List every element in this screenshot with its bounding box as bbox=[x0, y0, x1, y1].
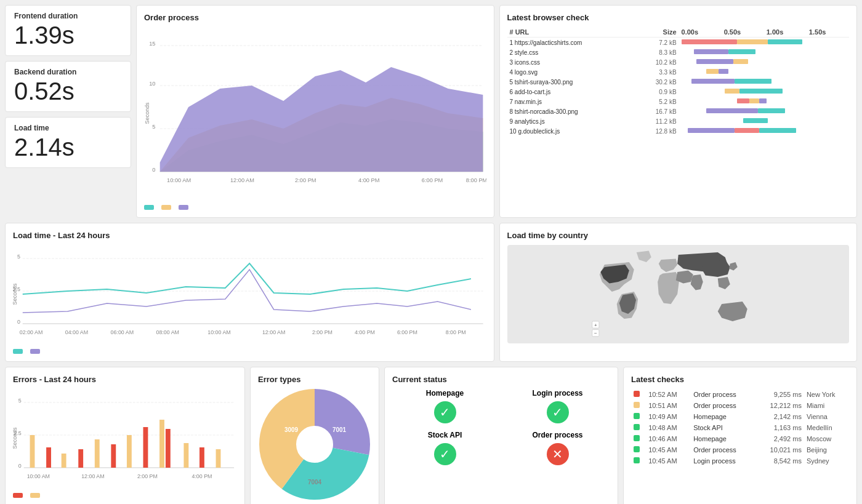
errors-24h-chart: 5 2.5 0 Seconds bbox=[13, 389, 237, 489]
loadtime-label: Load time bbox=[14, 124, 122, 132]
svg-text:5: 5 bbox=[18, 398, 22, 404]
svg-rect-75 bbox=[143, 427, 148, 468]
svg-rect-24 bbox=[733, 59, 748, 64]
col-size: Size bbox=[638, 27, 679, 38]
cell-bars bbox=[679, 47, 849, 57]
svg-text:3009: 3009 bbox=[284, 426, 299, 433]
check-icon: ✓ bbox=[552, 405, 563, 420]
check-color-dot bbox=[631, 444, 646, 455]
backend-label: Backend duration bbox=[14, 68, 122, 76]
svg-rect-26 bbox=[719, 69, 728, 74]
load-time-legend bbox=[13, 349, 486, 354]
legend-red bbox=[13, 493, 23, 498]
svg-rect-36 bbox=[743, 118, 768, 123]
check-name: Order process bbox=[691, 389, 755, 400]
status-grid: Homepage ✓ Login process ✓ Stock API ✓ O… bbox=[392, 389, 610, 465]
status-homepage: Homepage ✓ bbox=[392, 389, 497, 423]
svg-rect-28 bbox=[735, 79, 771, 84]
svg-text:0: 0 bbox=[152, 167, 155, 173]
cell-size: 30.2 kB bbox=[638, 77, 679, 87]
cell-num-url: 10 g.doubleclick.js bbox=[507, 126, 638, 136]
check-color-dot bbox=[631, 389, 646, 400]
status-login: Login process ✓ bbox=[505, 389, 610, 423]
check-ms: 1,163 ms bbox=[755, 422, 804, 433]
cell-size: 5.2 kB bbox=[638, 97, 679, 106]
svg-rect-39 bbox=[759, 128, 796, 133]
cell-num-url: 9 analytics.js bbox=[507, 116, 638, 126]
svg-rect-19 bbox=[737, 39, 768, 44]
check-name: Order process bbox=[691, 444, 755, 455]
svg-rect-72 bbox=[95, 439, 100, 468]
svg-text:02:00 AM: 02:00 AM bbox=[20, 329, 42, 335]
order-process-chart: 15 10 5 0 Seconds 10:00 AM 12:00 AM bbox=[144, 27, 486, 201]
svg-rect-33 bbox=[759, 98, 767, 103]
cell-bars bbox=[679, 38, 849, 48]
load-time-24h-panel: Load time - Last 24 hours 5 2.5 0 Second… bbox=[5, 223, 494, 362]
check-location: Medellín bbox=[804, 422, 849, 433]
cell-bars bbox=[679, 67, 849, 77]
cell-bars bbox=[679, 106, 849, 116]
svg-rect-22 bbox=[728, 49, 755, 54]
current-status-title: Current status bbox=[392, 375, 610, 384]
check-ms: 10,021 ms bbox=[755, 444, 804, 455]
status-stock-api: Stock API ✓ bbox=[392, 431, 497, 465]
table-row: 3 icons.css 10.2 kB bbox=[507, 57, 850, 67]
list-item: 10:52 AM Order process 9,255 ms New York bbox=[631, 389, 849, 400]
list-item: 10:48 AM Stock API 1,163 ms Medellín bbox=[631, 422, 849, 433]
cell-num-url: 1 https://galacticshirts.com bbox=[507, 38, 638, 48]
check-ms: 2,492 ms bbox=[755, 433, 804, 444]
table-row: 10 g.doubleclick.js 12.8 kB bbox=[507, 126, 850, 136]
frontend-value: 1.39s bbox=[14, 22, 122, 49]
svg-text:10: 10 bbox=[149, 81, 155, 87]
cell-bars bbox=[679, 126, 849, 136]
svg-text:10:00 AM: 10:00 AM bbox=[27, 473, 50, 479]
svg-text:10:00 AM: 10:00 AM bbox=[167, 177, 191, 183]
svg-rect-34 bbox=[706, 108, 758, 113]
cell-bars bbox=[679, 87, 849, 97]
svg-rect-74 bbox=[127, 435, 132, 468]
check-ms: 2,142 ms bbox=[755, 411, 804, 422]
order-process-legend bbox=[144, 205, 486, 210]
svg-text:6:00 PM: 6:00 PM bbox=[422, 177, 443, 183]
svg-text:0: 0 bbox=[17, 319, 20, 325]
errors-24h-title: Errors - Last 24 hours bbox=[13, 375, 237, 384]
legend-teal-load bbox=[13, 349, 23, 354]
svg-rect-30 bbox=[739, 89, 783, 94]
check-color-dot bbox=[631, 400, 646, 411]
legend-yellow-err bbox=[30, 493, 40, 498]
errors-legend bbox=[13, 493, 237, 498]
check-time: 10:52 AM bbox=[646, 389, 691, 400]
svg-point-87 bbox=[278, 407, 352, 481]
cell-size: 16.7 kB bbox=[638, 106, 679, 116]
loadtime-panel: Load time 2.14s bbox=[5, 117, 131, 168]
svg-rect-27 bbox=[691, 79, 735, 84]
load-by-country-panel: Load time by country bbox=[499, 223, 858, 362]
check-time: 10:51 AM bbox=[646, 400, 691, 411]
svg-text:8:00 PM: 8:00 PM bbox=[466, 177, 486, 183]
cell-size: 12.8 kB bbox=[638, 126, 679, 136]
check-time: 10:46 AM bbox=[646, 433, 691, 444]
svg-text:5: 5 bbox=[17, 254, 20, 260]
latest-checks-table: 10:52 AM Order process 9,255 ms New York… bbox=[631, 389, 849, 466]
cell-size: 8.3 kB bbox=[638, 47, 679, 57]
cell-bars bbox=[679, 77, 849, 87]
backend-value: 0.52s bbox=[14, 78, 122, 105]
check-ms: 12,212 ms bbox=[755, 400, 804, 411]
svg-rect-31 bbox=[737, 98, 749, 103]
status-login-icon: ✓ bbox=[547, 401, 569, 423]
table-row: 4 logo.svg 3.3 kB bbox=[507, 67, 850, 77]
cell-bars bbox=[679, 116, 849, 126]
svg-text:4:00 PM: 4:00 PM bbox=[355, 329, 375, 335]
check-name: Stock API bbox=[691, 422, 755, 433]
cell-size: 3.3 kB bbox=[638, 67, 679, 77]
svg-rect-21 bbox=[694, 49, 728, 54]
check-color-dot bbox=[631, 433, 646, 444]
check-location: New York bbox=[804, 389, 849, 400]
svg-text:12:00 AM: 12:00 AM bbox=[262, 329, 285, 335]
svg-rect-73 bbox=[111, 444, 116, 468]
svg-text:Seconds: Seconds bbox=[144, 102, 150, 124]
check-name: Homepage bbox=[691, 411, 755, 422]
x-icon: ✕ bbox=[552, 447, 563, 462]
list-item: 10:45 AM Login process 8,542 ms Sydney bbox=[631, 455, 849, 466]
svg-text:04:00 AM: 04:00 AM bbox=[65, 329, 88, 335]
